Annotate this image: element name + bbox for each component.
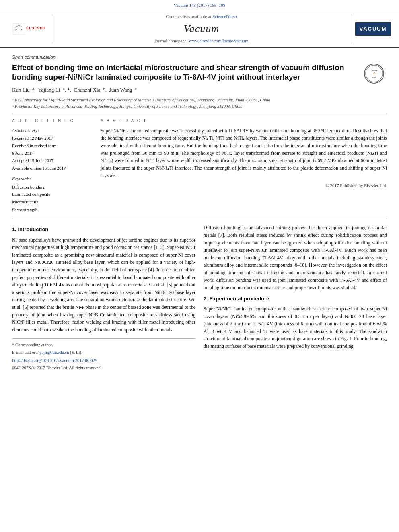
body-right-column: Diffusion bonding as an advanced joining… [204, 224, 387, 372]
article-title: Effect of bonding time on interfacial mi… [12, 63, 387, 82]
sciencedirect-link[interactable]: ScienceDirect [212, 14, 237, 19]
divider-1 [12, 114, 387, 114]
keyword-1: Diffusion bonding [12, 183, 93, 191]
svg-text:ELSEVIER: ELSEVIER [26, 26, 45, 30]
article-info-column: A R T I C L E I N F O Article history: R… [12, 118, 93, 214]
journal-homepage-url[interactable]: www.elsevier.com/locate/vacuum [189, 38, 248, 43]
received-date: Received 12 May 2017 [12, 135, 93, 142]
vacuum-brand: VACUUM [355, 22, 391, 36]
revised-date: 8 June 2017 [12, 150, 93, 157]
crossmark-icon: Cross ✓ Mark [364, 64, 384, 84]
copyright-line: © 2017 Published by Elsevier Ltd. [101, 183, 387, 189]
body-left-column: 1. Introduction Ni-base superalloys have… [12, 224, 195, 372]
issn-line: 0042-207X/© 2017 Elsevier Ltd. All right… [12, 365, 195, 371]
keywords-list: Diffusion bonding Laminated composite Mi… [12, 183, 93, 214]
journal-reference-bar: Vacuum 143 (2017) 195–198 [0, 0, 399, 10]
email-note: E-mail address: yajli@sdu.edu.cn (Y. Li)… [12, 349, 195, 356]
keyword-3: Microstructure [12, 198, 93, 206]
section2-title: 2. Experimental procedure [204, 295, 387, 303]
affiliations: ᵃ Key Laboratory for Liquid-Solid Struct… [12, 97, 387, 110]
divider-2 [12, 218, 387, 218]
authors-line: Kun Liu ᵃ, Yajiang Li ᵃ, *, Chunzhi Xia … [12, 86, 387, 94]
revised-label: Received in revised form [12, 142, 93, 150]
body-section: 1. Introduction Ni-base superalloys have… [12, 224, 387, 372]
available-date: Available online 16 June 2017 [12, 165, 93, 172]
svg-text:✓: ✓ [372, 72, 375, 75]
journal-homepage-label: journal homepage: www.elsevier.com/locat… [154, 38, 248, 44]
keyword-2: Laminated composite [12, 191, 93, 198]
footnotes-section: * Corresponding author. E-mail address: … [12, 338, 195, 371]
svg-text:Mark: Mark [371, 76, 376, 79]
info-abstract-section: A R T I C L E I N F O Article history: R… [12, 118, 387, 214]
section2-paragraph-1: Super-Ni/NiCr laminated composite with a… [204, 305, 387, 350]
affiliation-a: ᵃ Key Laboratory for Liquid-Solid Struct… [12, 97, 387, 103]
article-history-block: Article history: Received 12 May 2017 Re… [12, 127, 93, 172]
article-info-section-label: A R T I C L E I N F O [12, 118, 93, 124]
doi-link[interactable]: http://dx.doi.org/10.1016/j.vacuum.2017.… [12, 358, 97, 363]
email-link[interactable]: yajli@sdu.edu.cn [39, 350, 69, 355]
abstract-column: A B S T R A C T Super-Ni/NiCr laminated … [101, 118, 387, 214]
journal-title: Vacuum [184, 22, 219, 36]
page: Vacuum 143 (2017) 195–198 ELSEVIER [0, 0, 399, 532]
affiliation-b: ᵇ Provincial Key Laboratory of Advanced … [12, 103, 387, 110]
sciencedirect-label: Contents lists available at ScienceDirec… [166, 14, 237, 20]
crossmark-badge[interactable]: Cross ✓ Mark [361, 63, 387, 85]
corresponding-author-note: * Corresponding author. [12, 342, 195, 348]
vacuum-logo-box: VACUUM [351, 14, 391, 44]
keywords-label: Keywords: [12, 176, 93, 182]
abstract-text: Super-Ni/NiCr laminated composite was su… [101, 127, 387, 179]
section2-intro-paragraph: Diffusion bonding as an advanced joining… [204, 224, 387, 291]
journal-center-info: Contents lists available at ScienceDirec… [56, 14, 347, 44]
article-type-label: Short communication [12, 54, 387, 60]
keyword-4: Shear strength [12, 206, 93, 214]
section1-title: 1. Introduction [12, 226, 195, 234]
abstract-section-label: A B S T R A C T [101, 118, 387, 124]
elsevier-logo-image: ELSEVIER [11, 21, 45, 37]
article-content: Short communication Effect of bonding ti… [0, 48, 399, 380]
journal-reference: Vacuum 143 (2017) 195–198 [174, 3, 226, 8]
accepted-date: Accepted 15 June 2017 [12, 157, 93, 164]
journal-header: ELSEVIER Contents lists available at Sci… [0, 10, 399, 48]
keywords-block: Keywords: Diffusion bonding Laminated co… [12, 176, 93, 213]
elsevier-logo-section: ELSEVIER [8, 14, 52, 44]
doi-line: http://dx.doi.org/10.1016/j.vacuum.2017.… [12, 357, 195, 364]
history-label: Article history: [12, 127, 93, 134]
section1-paragraph-1: Ni-base superalloys have promoted the de… [12, 236, 195, 334]
